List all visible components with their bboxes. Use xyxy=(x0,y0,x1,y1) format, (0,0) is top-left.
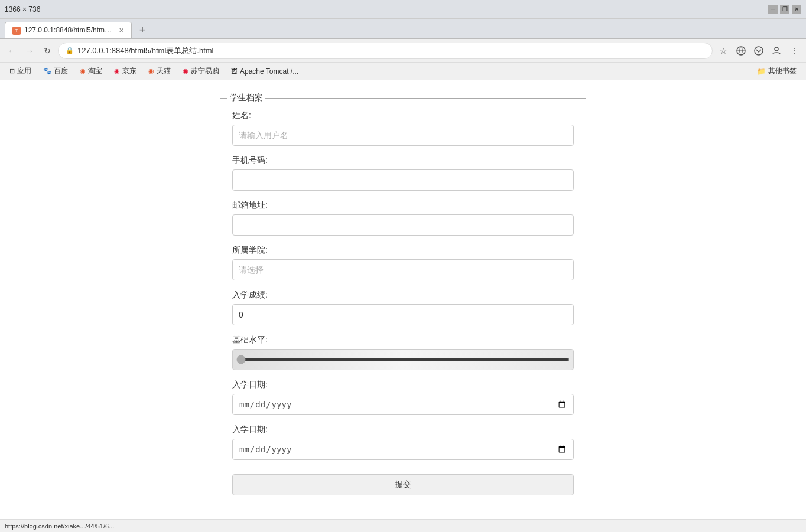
phone-label: 手机号码: xyxy=(232,155,574,166)
jd-icon: ◉ xyxy=(114,67,120,75)
date1-input[interactable] xyxy=(232,394,574,415)
title-bar-left: 1366 × 736 xyxy=(5,5,40,14)
name-field-group: 姓名: xyxy=(232,110,574,146)
bookmarks-bar: ⊞ 应用 🐾 百度 ◉ 淘宝 ◉ 京东 ◉ 天猫 ◉ 苏宁易购 🖼 Apache… xyxy=(0,63,806,80)
bookmark-suning-label: 苏宁易购 xyxy=(191,66,219,76)
apps-icon: ⊞ xyxy=(9,67,15,75)
tab-close-button[interactable]: ✕ xyxy=(119,27,124,34)
name-label: 姓名: xyxy=(232,110,574,121)
bookmark-tomcat-label: Apache Tomcat /... xyxy=(240,67,298,76)
browser-icon-2[interactable] xyxy=(752,44,766,58)
close-button[interactable]: ✕ xyxy=(792,5,801,14)
address-text: 127.0.0.1:8848/html5/html表单总结.html xyxy=(77,45,705,56)
score-field-group: 入学成绩: xyxy=(232,290,574,325)
browser-icon-1[interactable] xyxy=(734,44,748,58)
bookmark-folder-label: 其他书签 xyxy=(768,66,797,76)
score-input[interactable] xyxy=(232,304,574,325)
minimize-button[interactable]: ─ xyxy=(768,5,778,14)
bookmark-star-icon[interactable]: ☆ xyxy=(716,44,730,58)
phone-field-group: 手机号码: xyxy=(232,155,574,191)
bookmarks-separator xyxy=(308,66,308,77)
baidu-icon: 🐾 xyxy=(43,67,51,75)
svg-point-2 xyxy=(775,47,778,51)
security-lock-icon: 🔒 xyxy=(66,47,74,54)
tab-bar: T 127.0.0.1:8848/html5/html表单... ✕ + xyxy=(0,19,806,39)
restore-button[interactable]: ❐ xyxy=(780,5,789,14)
date1-field-group: 入学日期: xyxy=(232,380,574,415)
bookmark-baidu[interactable]: 🐾 百度 xyxy=(38,65,73,77)
bookmark-tmall[interactable]: ◉ 天猫 xyxy=(144,65,176,77)
level-range-input[interactable] xyxy=(236,358,570,361)
bookmark-tmall-label: 天猫 xyxy=(157,66,171,76)
address-bar: ← → ↻ 🔒 127.0.0.1:8848/html5/html表单总结.ht… xyxy=(0,39,806,63)
suning-icon: ◉ xyxy=(183,67,188,75)
bookmark-baidu-label: 百度 xyxy=(54,66,68,76)
level-range-container xyxy=(232,349,574,370)
level-field-group: 基础水平: xyxy=(232,335,574,370)
bookmark-jd[interactable]: ◉ 京东 xyxy=(109,65,141,77)
email-label: 邮箱地址: xyxy=(232,200,574,211)
bookmark-taobao[interactable]: ◉ 淘宝 xyxy=(75,65,107,77)
bookmark-suning[interactable]: ◉ 苏宁易购 xyxy=(178,65,224,77)
date1-label: 入学日期: xyxy=(232,380,574,390)
bookmark-apps[interactable]: ⊞ 应用 xyxy=(5,65,36,77)
college-label: 所属学院: xyxy=(232,245,574,256)
bookmark-apps-label: 应用 xyxy=(17,66,31,76)
bookmark-tomcat[interactable]: 🖼 Apache Tomcat /... xyxy=(226,66,303,77)
toolbar-icons: ☆ ⋮ xyxy=(716,44,801,58)
main-content: 学生档案 姓名: 手机号码: 邮箱地址: 所属学院: xyxy=(0,80,806,532)
new-tab-button[interactable]: + xyxy=(134,22,151,38)
title-bar-controls[interactable]: ─ ❐ ✕ xyxy=(768,5,801,14)
date2-field-group: 入学日期: xyxy=(232,425,574,460)
title-bar: 1366 × 736 ─ ❐ ✕ xyxy=(0,0,806,19)
form-legend: 学生档案 xyxy=(228,93,265,103)
level-label: 基础水平: xyxy=(232,335,574,345)
bookmark-folder-other[interactable]: 📁 其他书签 xyxy=(752,65,801,77)
tomcat-icon: 🖼 xyxy=(231,68,238,75)
college-select[interactable]: 请选择 计算机学院 数学学院 工程学院 xyxy=(232,259,574,280)
address-input[interactable]: 🔒 127.0.0.1:8848/html5/html表单总结.html xyxy=(58,43,713,59)
window-dimensions: 1366 × 736 xyxy=(5,5,40,14)
submit-button[interactable]: 提交 xyxy=(232,474,574,495)
name-input[interactable] xyxy=(232,125,574,146)
date2-label: 入学日期: xyxy=(232,425,574,435)
score-label: 入学成绩: xyxy=(232,290,574,301)
back-button[interactable]: ← xyxy=(5,44,19,58)
more-options-icon[interactable]: ⋮ xyxy=(787,44,801,58)
phone-input[interactable] xyxy=(232,169,574,191)
tab-favicon: T xyxy=(12,27,21,35)
bookmark-taobao-label: 淘宝 xyxy=(88,66,102,76)
form-container: 学生档案 姓名: 手机号码: 邮箱地址: 所属学院: xyxy=(220,98,586,520)
email-field-group: 邮箱地址: xyxy=(232,200,574,236)
refresh-button[interactable]: ↻ xyxy=(40,44,54,58)
college-field-group: 所属学院: 请选择 计算机学院 数学学院 工程学院 xyxy=(232,245,574,280)
forward-button[interactable]: → xyxy=(22,44,37,58)
tab-label: 127.0.0.1:8848/html5/html表单... xyxy=(24,25,113,35)
date2-input[interactable] xyxy=(232,439,574,460)
active-tab[interactable]: T 127.0.0.1:8848/html5/html表单... ✕ xyxy=(5,22,132,38)
taobao-icon: ◉ xyxy=(80,67,86,75)
bookmark-jd-label: 京东 xyxy=(122,66,136,76)
status-url: https://blog.csdn.net/xiake.../44/51/6..… xyxy=(5,523,114,530)
folder-icon: 📁 xyxy=(757,67,766,76)
email-input[interactable] xyxy=(232,214,574,236)
user-account-icon[interactable] xyxy=(769,44,784,58)
status-bar: https://blog.csdn.net/xiake.../44/51/6..… xyxy=(0,519,806,532)
tmall-icon: ◉ xyxy=(148,67,154,75)
svg-point-1 xyxy=(755,47,763,55)
